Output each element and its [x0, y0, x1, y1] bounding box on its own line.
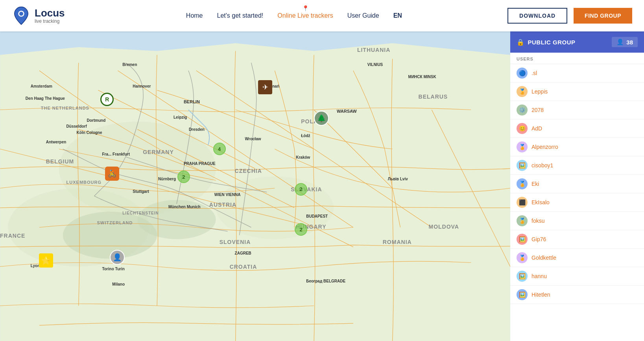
user-avatar: 🏅 [517, 86, 528, 97]
country-label-liechtenstein: LIECHTENSTEIN [122, 211, 159, 215]
user-item[interactable]: 🏅 foksu [510, 212, 644, 230]
city-lviv: Львів Lviv [388, 177, 408, 181]
nav-getstarted[interactable]: Let's get started! [217, 12, 264, 19]
user-name: 2078 [531, 107, 544, 113]
user-item[interactable]: 🖼️ Gip76 [510, 230, 644, 249]
user-avatar: 🖼️ [517, 234, 528, 245]
map-svg [0, 31, 510, 341]
country-label-czechia: CZECHIA [235, 168, 262, 174]
marker-bike[interactable]: 🚴 [105, 167, 119, 181]
city-dresden: Dresden [189, 127, 205, 132]
city-frankfurt: Fra... Frankfurt [102, 152, 130, 156]
city-munchen: München Munich [168, 205, 201, 209]
header: Locus live tracking Home Let's get start… [0, 0, 644, 31]
user-name: Eki [531, 181, 539, 187]
logo-text: Locus live tracking [35, 7, 65, 24]
marker-star[interactable]: ⭐ [39, 253, 53, 268]
svg-point-6 [8, 188, 149, 266]
marker-cluster-2c[interactable]: 2 [295, 223, 307, 236]
user-name: Alpenzorro [531, 144, 558, 150]
user-name: AdD [531, 125, 542, 132]
country-label-croatia: CROATIA [230, 264, 257, 270]
user-item[interactable]: 🖼️ Hitetlen [510, 286, 644, 304]
user-name: foksu [531, 218, 544, 224]
user-name: Leppis [531, 88, 548, 95]
lock-icon: 🔒 [517, 38, 525, 46]
country-label-slovenia: SLOVENIA [220, 239, 251, 245]
marker-cluster-4[interactable]: 4 [213, 143, 226, 155]
svg-marker-3 [0, 43, 510, 341]
marker-photo1[interactable]: 👤 [110, 250, 125, 265]
city-nurnberg: Nürnberg [158, 177, 176, 181]
users-list[interactable]: 🔵 .sl 🏅 Leppis ⚙️ 2078 😊 AdD 🏅 Alpenzorr… [510, 64, 644, 341]
country-label-luxembourg: LUXEMBOURG [66, 180, 101, 185]
city-wroclaw: Wrocław [245, 137, 261, 141]
user-avatar: 🏅 [517, 141, 528, 152]
city-krakow: Kraków [296, 155, 310, 160]
user-item[interactable]: 🏅 Eki [510, 175, 644, 193]
city-vilnius: VILNIUS [367, 62, 383, 67]
user-name: hannu [531, 273, 547, 279]
user-avatar: 😊 [517, 123, 528, 134]
nav-userguide[interactable]: User Guide [347, 12, 379, 19]
findgroup-button[interactable]: FIND GROUP [574, 8, 632, 24]
nav-home[interactable]: Home [186, 12, 203, 19]
public-group-label: PUBLIC GROUP [528, 39, 576, 46]
marker-R[interactable]: R [100, 93, 114, 106]
city-lodz: Łódź [301, 134, 310, 138]
user-item[interactable]: 🖼️ cisoboy1 [510, 156, 644, 175]
user-avatar: 🖼️ [517, 271, 528, 282]
country-label-germany: GERMANY [143, 149, 174, 155]
user-item[interactable]: 😊 AdD [510, 119, 644, 138]
user-avatar: 🏅 [517, 178, 528, 189]
city-amsterdam: Amsterdam [31, 84, 52, 88]
user-avatar: 🔵 [517, 68, 528, 79]
map-background: GERMANY POLAND THE NETHERLANDS BELGIUM L… [0, 31, 510, 341]
user-avatar: ⚙️ [517, 104, 528, 116]
user-item[interactable]: 🏅 Leppis [510, 82, 644, 101]
user-item[interactable]: 🔵 .sl [510, 64, 644, 82]
user-name: Goldkettle [531, 255, 556, 261]
user-item[interactable]: ⬛ EkIsalo [510, 193, 644, 212]
city-antwerp: Antwerpen [46, 140, 66, 144]
country-label-moldova: MOLDOVA [428, 224, 459, 230]
download-button[interactable]: DOWNLOAD [507, 8, 567, 24]
country-label-france: FRANCE [0, 233, 25, 239]
city-bremen: Bremen [122, 62, 137, 67]
marker-photo2[interactable]: 🌲 [314, 111, 329, 126]
user-item[interactable]: ⚙️ 2078 [510, 101, 644, 119]
country-label-netherlands: THE NETHERLANDS [41, 106, 89, 110]
main-nav: Home Let's get started! Online Live trac… [81, 12, 508, 19]
city-dortmund: Dortmund [87, 118, 105, 123]
svg-point-1 [19, 12, 23, 16]
user-item[interactable]: 🏅 Alpenzorro [510, 138, 644, 156]
logo-title: Locus [35, 7, 65, 19]
logo-icon [12, 6, 31, 25]
language-selector[interactable]: EN [393, 12, 402, 19]
user-item[interactable]: 🏅 Goldkettle [510, 249, 644, 267]
country-label-switzerland: SWITZERLAND [97, 220, 133, 225]
country-label-lithuania: LITHUANIA [357, 47, 390, 53]
country-label-belgium: BELGIUM [46, 158, 74, 165]
user-name: Hitetlen [531, 292, 550, 298]
marker-cluster-2a[interactable]: 2 [177, 170, 190, 183]
user-item[interactable]: 🖼️ hannu [510, 267, 644, 286]
country-label-austria: AUSTRIA [209, 202, 236, 208]
sidebar-header-left: 🔒 PUBLIC GROUP [517, 38, 576, 46]
user-avatar: 🏅 [517, 252, 528, 263]
user-name: Gip76 [531, 236, 546, 242]
users-section-label: USERS [510, 53, 644, 64]
map-container[interactable]: GERMANY POLAND THE NETHERLANDS BELGIUM L… [0, 31, 510, 341]
user-avatar: 🏅 [517, 215, 528, 226]
marker-plane[interactable]: ✈ [258, 80, 272, 94]
sidebar: 🔒 PUBLIC GROUP 👤 38 USERS 🔵 .sl 🏅 Leppis… [510, 31, 644, 341]
country-label-belarus: BELARUS [419, 94, 448, 100]
city-budapest: BUDAPEST [306, 214, 328, 218]
nav-livetrackers[interactable]: Online Live trackers [277, 12, 333, 19]
city-dusseldorf: Düsseldorf [66, 124, 87, 128]
marker-cluster-2b[interactable]: 2 [295, 183, 307, 196]
user-count-badge: 👤 38 [612, 37, 638, 47]
user-name: cisoboy1 [531, 162, 553, 169]
city-milano: Milano [112, 282, 125, 286]
user-name: .sl [531, 70, 537, 76]
